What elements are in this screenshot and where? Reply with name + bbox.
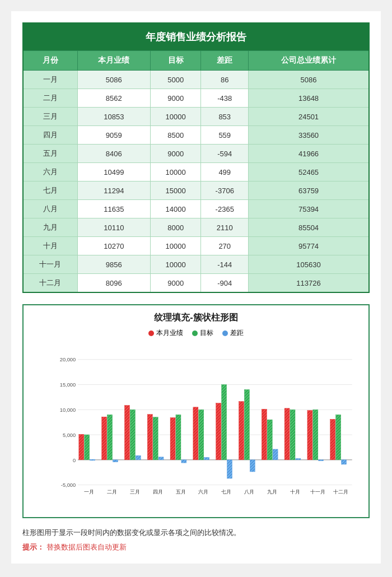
svg-text:20,000: 20,000 [60, 357, 76, 362]
svg-rect-59 [307, 411, 312, 460]
svg-rect-43 [216, 403, 221, 460]
svg-rect-33 [158, 457, 164, 460]
svg-rect-25 [113, 460, 118, 462]
svg-rect-40 [199, 410, 204, 460]
svg-text:0: 0 [73, 458, 76, 463]
table-row: 十月102701000027095774 [23, 237, 369, 255]
svg-text:十一月: 十一月 [310, 489, 325, 495]
chart-svg: 20,00015,00010,0005,0000-5,000一月二月三月四月五月… [54, 343, 357, 511]
header-performance: 本月业绩 [77, 51, 150, 71]
legend-item: 本月业绩 [148, 328, 183, 338]
table-row: 二月85629000-43813648 [23, 89, 369, 108]
svg-rect-32 [153, 417, 158, 460]
svg-rect-52 [267, 420, 272, 460]
table-row: 八月1163514000-236575394 [23, 200, 369, 218]
svg-rect-48 [244, 389, 249, 459]
legend-label: 本月业绩 [156, 328, 183, 338]
svg-rect-51 [262, 409, 267, 460]
legend-item: 目标 [192, 328, 213, 338]
svg-rect-31 [147, 415, 152, 460]
svg-text:10,000: 10,000 [60, 407, 76, 413]
svg-text:十二月: 十二月 [333, 489, 348, 495]
legend-color [222, 331, 228, 336]
svg-rect-57 [296, 458, 301, 459]
svg-text:九月: 九月 [267, 489, 277, 495]
table-header-row: 月份 本月业绩 目标 差距 公司总业绩累计 [23, 51, 369, 71]
svg-text:5,000: 5,000 [63, 432, 76, 438]
svg-rect-35 [170, 418, 175, 460]
svg-rect-65 [342, 460, 347, 464]
table-section: 年度销售业绩分析报告 月份 本月业绩 目标 差距 公司总业绩累计 一月50865… [22, 22, 370, 293]
legend-color [148, 331, 154, 336]
chart-title: 纹理填充-簇状柱形图 [29, 312, 363, 324]
svg-text:一月: 一月 [84, 489, 94, 495]
table-row: 五月84069000-59441966 [23, 145, 369, 163]
svg-text:十月: 十月 [290, 489, 300, 495]
svg-rect-19 [79, 434, 84, 460]
svg-rect-60 [313, 410, 318, 460]
svg-rect-55 [284, 408, 290, 460]
table-row: 十一月985610000-144105630 [23, 255, 369, 274]
svg-rect-63 [330, 419, 335, 459]
chart-area: 20,00015,00010,0005,0000-5,000一月二月三月四月五月… [54, 343, 357, 511]
svg-rect-64 [336, 415, 341, 460]
svg-text:二月: 二月 [107, 489, 117, 495]
svg-rect-39 [193, 407, 198, 460]
svg-rect-47 [239, 402, 244, 460]
svg-text:五月: 五月 [176, 489, 186, 495]
table-row: 四月9059850055933560 [23, 126, 369, 145]
table-row: 三月108531000085324501 [23, 108, 369, 126]
svg-text:七月: 七月 [221, 489, 231, 495]
annual-report-table: 年度销售业绩分析报告 月份 本月业绩 目标 差距 公司总业绩累计 一月50865… [22, 22, 370, 293]
svg-rect-53 [273, 449, 278, 460]
svg-text:六月: 六月 [198, 489, 208, 495]
legend-item: 差距 [222, 328, 244, 338]
hint-label: 提示： [22, 543, 44, 551]
svg-rect-56 [290, 410, 295, 460]
svg-text:15,000: 15,000 [60, 382, 76, 388]
header-gap: 差距 [201, 51, 249, 71]
legend-label: 目标 [200, 328, 213, 338]
svg-rect-27 [124, 406, 129, 460]
svg-rect-44 [222, 385, 227, 460]
table-title-row: 年度销售业绩分析报告 [23, 23, 369, 51]
svg-rect-36 [176, 415, 181, 460]
svg-text:三月: 三月 [130, 489, 140, 495]
svg-rect-23 [102, 417, 107, 460]
legend-label: 差距 [230, 328, 244, 338]
table-row: 七月1129415000-370663759 [23, 182, 369, 200]
header-month: 月份 [23, 51, 77, 71]
svg-rect-49 [250, 460, 255, 472]
table-title: 年度销售业绩分析报告 [23, 23, 369, 51]
table-row: 十二月80969000-904113726 [23, 274, 369, 293]
svg-rect-41 [204, 457, 209, 459]
header-cumulative: 公司总业绩累计 [249, 51, 369, 71]
svg-text:-5,000: -5,000 [61, 482, 76, 488]
svg-rect-21 [90, 459, 95, 460]
svg-rect-20 [85, 435, 90, 460]
footer-description: 柱形图用于显示一段时间内的数据变化或显示各项之间的比较情况。 [22, 527, 370, 539]
hint-text: 替换数据后图表自动更新 [46, 543, 127, 551]
header-target: 目标 [150, 51, 200, 71]
svg-text:四月: 四月 [153, 489, 163, 495]
svg-rect-61 [319, 460, 324, 461]
chart-section: 纹理填充-簇状柱形图 本月业绩目标差距 20,00015,00010,0005,… [22, 304, 370, 518]
svg-rect-29 [136, 455, 141, 460]
table-row: 六月104991000049952465 [23, 163, 369, 182]
svg-text:八月: 八月 [244, 489, 254, 495]
svg-rect-45 [227, 460, 232, 478]
chart-legend: 本月业绩目标差距 [29, 328, 363, 338]
footer-hint: 提示： 替换数据后图表自动更新 [22, 542, 370, 552]
svg-rect-28 [130, 410, 135, 460]
table-row: 一月50865000865086 [23, 71, 369, 89]
legend-color [192, 331, 198, 336]
table-row: 九月101108000211085504 [23, 218, 369, 237]
svg-rect-37 [181, 460, 186, 463]
svg-rect-24 [108, 415, 113, 460]
